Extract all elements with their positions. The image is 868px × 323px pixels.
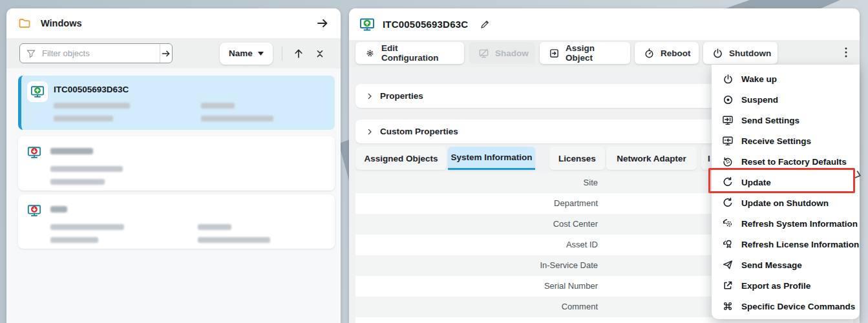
redacted-text — [54, 116, 113, 121]
arrow-right-icon[interactable] — [316, 17, 329, 30]
menu-item-specific-device-commands[interactable]: Specific Device Commands — [712, 296, 860, 317]
device-online-icon — [359, 17, 375, 32]
menu-item-suspend[interactable]: Suspend — [712, 89, 860, 110]
shutdown-button[interactable]: Shutdown — [703, 42, 778, 64]
redacted-device-name — [50, 206, 67, 213]
row-label: Asset ID — [355, 234, 598, 255]
command-icon — [722, 300, 734, 312]
tab-licenses[interactable]: Licenses — [549, 147, 605, 170]
row-label — [355, 317, 598, 323]
app-background: Windows Name — [0, 0, 868, 323]
power-icon — [722, 73, 734, 85]
sort-direction-up-icon[interactable] — [293, 48, 304, 59]
device-online-icon — [27, 81, 48, 102]
power-icon — [712, 48, 723, 59]
receive-settings-icon — [722, 135, 734, 147]
device-list-item-selected[interactable]: ITC00505693D63C — [18, 76, 335, 130]
menu-item-update-on-shutdown[interactable]: Update on Shutdown — [712, 193, 860, 213]
menu-item-label: Refresh System Information — [741, 219, 858, 229]
suspend-icon — [722, 94, 734, 105]
filter-submit-arrow-icon[interactable] — [160, 44, 172, 63]
menu-item-label: Update on Shutdown — [741, 198, 829, 208]
button-label: Shadow — [495, 48, 529, 58]
redacted-text — [198, 237, 270, 243]
tab-network-adapter[interactable]: Network Adapter — [606, 147, 697, 170]
tab-label: I — [708, 154, 710, 163]
row-label: In-Service Date — [355, 255, 598, 276]
gear-icon — [365, 48, 376, 59]
row-label: Department — [355, 193, 598, 214]
chevron-right-icon — [854, 171, 862, 180]
funnel-icon — [20, 49, 38, 58]
sort-by-label: Name — [229, 48, 253, 58]
sort-by-button[interactable]: Name — [220, 43, 273, 65]
chevron-right-icon — [366, 128, 374, 136]
menu-item-label: Suspend — [741, 95, 778, 105]
menu-item-reset-to-factory-defaults[interactable]: Reset to Factory Defaults — [712, 151, 860, 172]
tab-label: Assigned Objects — [364, 154, 438, 163]
device-list-panel: Windows Name — [6, 8, 341, 323]
send-message-icon — [722, 259, 734, 271]
button-label: Edit Configuration — [381, 43, 455, 63]
button-label: Reboot — [661, 48, 691, 58]
row-label: Site — [355, 172, 598, 193]
menu-item-refresh-license-information[interactable]: Refresh License Information — [712, 234, 860, 255]
filter-field[interactable] — [19, 43, 173, 63]
tab-label: Licenses — [558, 154, 596, 163]
device-list: ITC00505693D63C — [6, 68, 341, 323]
device-detail-header: ITC00505693D63C — [349, 8, 860, 40]
section-label: Custom Properties — [380, 127, 458, 136]
redacted-text — [50, 224, 124, 230]
redacted-text — [50, 237, 98, 243]
collapse-all-icon[interactable] — [315, 48, 325, 59]
row-label: Comment — [355, 297, 598, 317]
menu-item-wake-up[interactable]: Wake up — [712, 68, 860, 89]
button-label: Assign Object — [566, 43, 621, 63]
kebab-menu-icon[interactable] — [840, 46, 852, 59]
device-context-menu: Wake up Suspend Send Settings Receive Se… — [712, 65, 860, 319]
redacted-text — [198, 224, 231, 230]
menu-item-label: Wake up — [741, 74, 777, 84]
menu-item-label: Refresh License Information — [741, 240, 859, 249]
menu-item-label: Update — [741, 178, 771, 187]
menu-item-refresh-system-information[interactable]: Refresh System Information — [712, 213, 860, 234]
device-list-item[interactable] — [18, 136, 335, 191]
device-name: ITC00505693D63C — [54, 85, 129, 94]
menu-item-send-settings[interactable]: Send Settings — [712, 110, 860, 130]
tab-label: System Information — [450, 152, 532, 162]
reboot-button[interactable]: Reboot — [635, 42, 699, 64]
device-offline-icon — [24, 200, 45, 221]
assign-object-button[interactable]: Assign Object — [540, 42, 630, 64]
row-label: Cost Center — [355, 214, 598, 234]
redacted-text — [201, 116, 273, 121]
menu-item-receive-settings[interactable]: Receive Settings — [712, 130, 860, 151]
menu-item-update[interactable]: Update — [712, 172, 860, 193]
tab-assigned-objects[interactable]: Assigned Objects — [355, 147, 447, 170]
shadow-button: Shadow — [469, 42, 535, 64]
menu-item-export-as-profile[interactable]: Export as Profile — [712, 275, 860, 296]
refresh-icon — [722, 176, 734, 188]
refresh-license-icon — [722, 238, 734, 250]
edit-configuration-button[interactable]: Edit Configuration — [355, 42, 464, 64]
menu-item-send-message[interactable]: Send Message — [712, 255, 860, 275]
device-offline-icon — [24, 142, 45, 163]
device-list-item[interactable] — [18, 194, 335, 249]
reboot-icon — [644, 48, 655, 59]
folder-icon — [18, 17, 31, 30]
row-label: Serial Number — [355, 276, 598, 297]
refresh-system-icon — [722, 218, 734, 229]
menu-item-label: Reset to Factory Defaults — [741, 157, 847, 167]
tab-label: Network Adapter — [617, 154, 686, 163]
page-title: ITC00505693D63C — [383, 19, 468, 30]
pencil-icon[interactable] — [480, 19, 491, 30]
redacted-text — [50, 166, 123, 172]
filter-input[interactable] — [38, 44, 160, 63]
menu-item-label: Receive Settings — [741, 136, 811, 146]
tab-system-information[interactable]: System Information — [448, 147, 535, 170]
send-settings-icon — [722, 114, 734, 126]
section-label: Properties — [380, 91, 423, 101]
redacted-text — [201, 103, 235, 109]
filter-toolbar: Name — [6, 38, 341, 68]
button-label: Shutdown — [729, 48, 771, 58]
redacted-text — [54, 103, 130, 109]
